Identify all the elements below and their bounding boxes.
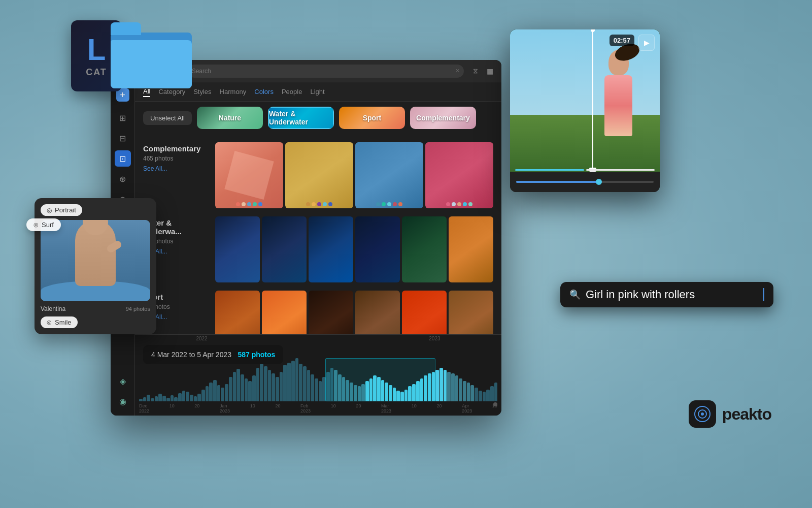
chart-bar	[408, 386, 412, 401]
portrait-image	[41, 220, 150, 301]
chart-bar	[373, 375, 377, 401]
dot	[452, 202, 456, 206]
chart-bar	[236, 369, 240, 401]
search-input[interactable]	[192, 68, 453, 75]
thumb-sport-3[interactable]	[309, 291, 353, 334]
thumb-water-2[interactable]	[262, 216, 307, 282]
chart-bar	[494, 383, 498, 401]
thumb-sport-4[interactable]	[355, 291, 400, 334]
dot	[463, 202, 467, 206]
thumb-water-3[interactable]	[309, 216, 353, 282]
thumb-water-1[interactable]	[215, 216, 260, 282]
chart-bar	[194, 396, 197, 401]
chart-bar	[147, 395, 150, 401]
filter-icons: ⧖ ▦	[470, 66, 495, 77]
video-scrubber[interactable]	[516, 181, 654, 183]
thumb-water-2-bg	[262, 216, 307, 282]
peakto-icon-svg	[694, 405, 711, 423]
category-complementary[interactable]: Complementary	[410, 107, 476, 129]
chart-bar	[393, 388, 396, 401]
thumb-water-4[interactable]	[355, 216, 400, 282]
video-progress-right	[586, 169, 655, 171]
sidebar-export1-btn[interactable]: ◈	[115, 373, 131, 389]
thumb-sport-6-bg	[449, 291, 493, 334]
filter-funnel-icon[interactable]: ⧖	[470, 66, 481, 77]
thumb-sport-5[interactable]	[402, 291, 447, 334]
chart-bar	[241, 374, 244, 401]
tab-styles[interactable]: Styles	[193, 87, 211, 97]
chart-bar	[299, 364, 302, 401]
sidebar-map-btn[interactable]: ⊛	[115, 171, 131, 187]
chart-bar	[139, 399, 143, 401]
tab-harmony[interactable]: Harmony	[220, 87, 247, 97]
portrait-tag[interactable]: ◎ Portrait	[41, 204, 82, 216]
tab-light[interactable]: Light	[310, 87, 324, 97]
dot	[312, 202, 316, 206]
chart-bar	[326, 372, 330, 401]
main-app-window: ‹ › 🔍 h... ✕ ✕ ⧖ ▦ + ⊞ ⊟ ⊡ ⊛	[111, 60, 501, 416]
thumb-water-6[interactable]	[449, 216, 493, 282]
lbl-20d: 20	[436, 403, 442, 414]
timeline-chart[interactable]	[139, 358, 497, 401]
thumb-comp-4[interactable]	[425, 142, 493, 208]
thumb-comp-3[interactable]	[355, 142, 423, 208]
lbl-10a: 10	[170, 403, 175, 414]
sidebar-photo-btn[interactable]: ⊡	[115, 150, 131, 167]
video-play-button[interactable]: ▶	[638, 35, 655, 51]
chart-bar	[404, 390, 408, 401]
folder-front	[111, 40, 192, 88]
complementary-grid	[215, 142, 493, 208]
peakto-wordmark: peakto	[722, 405, 771, 424]
dot	[258, 202, 262, 206]
search-box[interactable]: ✕	[188, 65, 464, 78]
search-clear-icon[interactable]: ✕	[455, 68, 460, 74]
comp1-dots	[236, 202, 262, 206]
dot	[382, 202, 386, 206]
lbl-20a: 20	[194, 403, 199, 414]
timeline-bar: 2022 2023 4 Mar 2022 to 5 Apr 2023 587 p…	[135, 334, 501, 416]
surf-tag[interactable]: ◎ Surf	[26, 218, 61, 231]
chart-bar	[186, 392, 189, 401]
filter-chart-icon[interactable]: ▦	[484, 66, 495, 77]
thumb-comp-1[interactable]	[215, 142, 283, 208]
thumb-sport-1[interactable]	[215, 291, 260, 334]
sidebar-grid-btn[interactable]: ⊟	[115, 130, 131, 146]
video-controls	[510, 172, 660, 192]
chart-bar	[287, 363, 291, 402]
complementary-see-all[interactable]: See All...	[143, 165, 209, 172]
chart-bar	[171, 395, 174, 401]
year-labels: 2022 2023	[135, 336, 501, 341]
thumb-sport-2-bg	[262, 291, 307, 334]
year-2023: 2023	[429, 336, 440, 341]
lbl-dec: Dec2022	[139, 403, 149, 414]
sidebar-home-btn[interactable]: ⊞	[115, 110, 131, 126]
category-nature[interactable]: Nature	[197, 107, 263, 129]
chart-bar	[424, 375, 427, 401]
chart-bar	[330, 368, 334, 401]
thumb-comp-2[interactable]	[285, 142, 353, 208]
unselect-all-btn[interactable]: Unselect All	[143, 111, 192, 125]
smile-tag[interactable]: ◎ Smile	[41, 316, 78, 328]
chart-bar	[252, 375, 256, 401]
chart-bar	[346, 380, 349, 402]
video-content: 02:57 ▶	[510, 29, 660, 172]
tab-colors[interactable]: Colors	[254, 87, 274, 97]
thumb-sport-2[interactable]	[262, 291, 307, 334]
thumb-water-5[interactable]	[402, 216, 447, 282]
chart-bar	[361, 384, 365, 401]
category-sport[interactable]: Sport	[339, 107, 405, 129]
chart-bar	[377, 377, 381, 401]
chart-bar	[151, 398, 154, 401]
sidebar-export2-btn[interactable]: ◉	[115, 393, 131, 409]
chart-bar	[396, 391, 400, 401]
lbl-10b: 10	[250, 403, 255, 414]
thumb-sport-6[interactable]	[449, 291, 493, 334]
video-scrubber-thumb[interactable]	[596, 179, 602, 185]
tab-people[interactable]: People	[282, 87, 302, 97]
folder-icon	[111, 22, 192, 88]
chart-bar	[174, 397, 178, 402]
dot	[247, 202, 251, 206]
thumb-sport-1-bg	[215, 291, 260, 334]
category-water[interactable]: Water & Underwater	[268, 107, 334, 129]
chart-bar	[162, 396, 166, 401]
